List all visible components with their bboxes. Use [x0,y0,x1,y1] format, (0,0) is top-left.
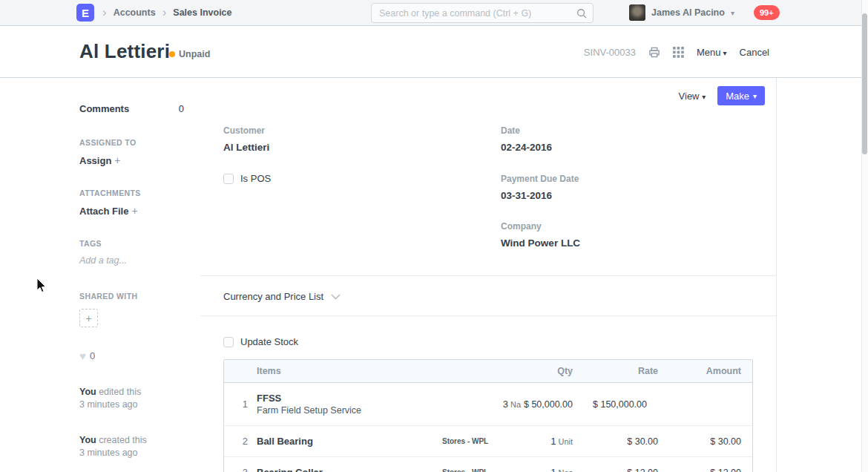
item-qty: 1Unit [521,436,573,447]
items-table-header: Items Qty Rate Amount [224,360,752,383]
tags-heading: TAGS [79,239,184,248]
plus-icon: + [114,154,120,166]
top-navbar: E › Accounts › Sales Invoice Search or t… [0,0,868,26]
add-tag-input[interactable]: Add a tag... [79,255,184,266]
item-amount: $ 12.00 [658,468,752,472]
make-button[interactable]: Make▾ [717,86,765,105]
table-row[interactable]: 2 Ball Bearing Stores - WPL 1Unit $ 30.0… [224,426,752,457]
document-id: SINV-00033 [584,47,636,58]
item-warehouse: Stores - WPL [432,468,521,472]
notification-badge[interactable]: 99+ [754,5,780,20]
page-head: Al Lettieri Unpaid SINV-00033 [0,27,868,78]
user-name: James Al Pacino [651,7,725,18]
customer-label: Customer [223,125,265,136]
table-row[interactable]: 1 FFSS Farm Field Setup Service 3Na $ 50… [224,383,752,426]
global-search-input[interactable]: Search or type a command (Ctrl + G) [371,3,594,23]
date-value[interactable]: 02-24-2016 [501,142,552,153]
table-row[interactable]: 3 Bearing Collar Stores - WPL 1Nos $ 12.… [224,457,752,472]
chevron-down-icon: ▾ [731,9,734,17]
chevron-down-icon: ▾ [702,93,706,101]
is-pos-checkbox[interactable] [223,174,234,184]
heart-icon[interactable]: ♥ [79,350,86,361]
like-count: 0 [90,350,95,361]
plus-icon: + [131,205,137,217]
comments-link[interactable]: Comments [79,103,129,114]
breadcrumb-sales-invoice[interactable]: Sales Invoice [173,7,231,18]
app-logo[interactable]: E [76,4,94,22]
col-amount: Amount [658,366,752,376]
grid-icon[interactable] [673,47,684,58]
item-qty: 3Na [432,399,521,410]
col-rate: Rate [573,366,658,376]
chevron-right-icon: › [102,6,107,20]
chevron-right-icon: › [162,6,167,20]
activity-entry: You edited this 3 minutes ago [79,386,184,411]
scrollbar-thumb[interactable] [862,13,867,154]
col-items: Items [257,366,432,376]
chevron-down-icon: ▾ [753,92,757,100]
item-description: Farm Field Setup Service [257,404,426,417]
is-pos-label: Is POS [240,173,271,184]
chevron-down-icon: ▾ [723,49,727,57]
shared-with-heading: SHARED WITH [79,292,184,301]
update-stock-field[interactable]: Update Stock [223,336,298,347]
items-table: Items Qty Rate Amount 1 FFSS Farm Field … [223,359,753,472]
assigned-to-heading: ASSIGNED TO [79,138,184,147]
like-widget[interactable]: ♥ 0 [79,350,184,361]
currency-section-toggle[interactable]: Currency and Price List [223,291,341,302]
item-rate: $ 30.00 [573,436,658,447]
add-share-button[interactable]: + [79,309,98,327]
update-stock-label: Update Stock [240,336,298,347]
menu-button[interactable]: Menu▾ [697,47,727,58]
item-amount: $ 150,000.00 [573,399,658,410]
row-index: 3 [224,467,257,472]
print-icon[interactable] [648,47,660,58]
chevron-down-icon [331,294,341,300]
section-divider [200,275,777,276]
update-stock-checkbox[interactable] [223,337,234,347]
is-pos-field[interactable]: Is POS [223,173,271,184]
due-date-label: Payment Due Date [501,174,579,184]
company-value[interactable]: Wind Power LLC [501,237,580,249]
sales-invoice-page: E › Accounts › Sales Invoice Search or t… [0,0,868,472]
item-name: FFSS [257,392,426,404]
row-index: 2 [224,436,257,447]
due-date-value[interactable]: 03-31-2016 [501,190,552,201]
status-label: Unpaid [179,49,210,59]
attachments-heading: ATTACHMENTS [79,189,184,197]
item-name: Ball Bearing [257,435,426,448]
plus-icon: + [85,312,91,324]
search-placeholder: Search or type a command (Ctrl + G) [379,8,576,19]
col-qty: Qty [521,366,573,376]
form-sidebar: Comments 0 ASSIGNED TO Assign+ ATTACHMEN… [0,78,200,472]
date-label: Date [501,125,520,136]
attach-file-button[interactable]: Attach File+ [79,204,184,217]
status-dot-icon [169,51,175,57]
search-icon [576,8,587,19]
item-qty: 1Nos [521,467,573,472]
user-menu[interactable]: James Al Pacino ▾ [629,0,734,25]
section-divider [200,315,777,316]
assign-button[interactable]: Assign+ [79,154,184,167]
company-label: Company [501,221,542,232]
scrollbar-track[interactable] [861,0,868,472]
item-rate: $ 50,000.00 [521,399,573,410]
row-index: 1 [224,399,257,410]
page-title: Al Lettieri [79,40,170,63]
item-amount: $ 30.00 [658,436,752,447]
breadcrumb: › Accounts › Sales Invoice [102,0,232,25]
user-avatar [629,4,645,21]
item-warehouse: Stores - WPL [432,437,521,445]
customer-value[interactable]: Al Lettieri [223,142,269,153]
cancel-button[interactable]: Cancel [740,47,769,58]
status-badge: Unpaid [169,49,210,59]
item-name: Bearing Collar [257,466,426,472]
form-body: View ▾ Make▾ Customer Al Lettieri Is POS… [200,78,777,472]
view-button[interactable]: View ▾ [679,91,706,102]
activity-entry: You created this 3 minutes ago [79,434,184,459]
breadcrumb-accounts[interactable]: Accounts [114,7,156,18]
item-rate: $ 12.00 [573,468,658,472]
comments-count: 0 [179,103,184,114]
